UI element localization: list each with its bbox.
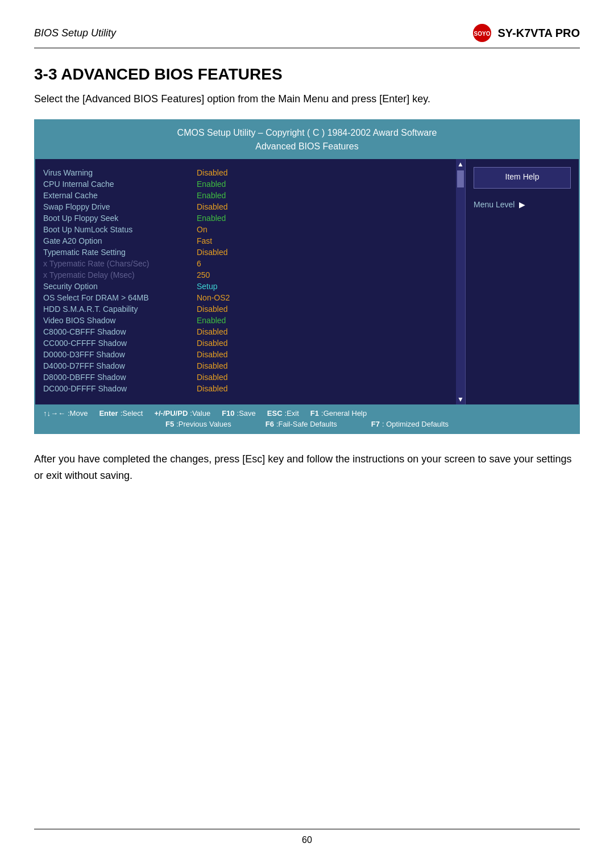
bios-setting-label: Virus Warning	[43, 168, 197, 177]
bios-setting-value: Enabled	[197, 191, 226, 200]
scroll-up-button[interactable]: ▲	[457, 160, 464, 168]
footer-key: F10	[222, 409, 234, 418]
bios-setting-value: Disabled	[197, 304, 227, 314]
bios-setting-value: Disabled	[197, 248, 227, 257]
bios-header-line1: CMOS Setup Utility – Copyright ( C ) 198…	[41, 126, 573, 140]
product-logo: SOYO SY-K7VTA PRO	[472, 23, 580, 43]
bios-setting-value: Enabled	[197, 214, 226, 223]
bios-setting-label: Gate A20 Option	[43, 236, 197, 245]
bios-body: Virus WarningDisabledCPU Internal CacheE…	[35, 159, 579, 404]
product-name: SY-K7VTA PRO	[498, 27, 580, 40]
footer-key-item: F1:General Help	[310, 409, 367, 418]
bios-setting-value: Disabled	[197, 384, 227, 393]
menu-level-label: Menu Level	[474, 200, 515, 209]
footer-desc: :Select	[121, 409, 143, 418]
bios-setting-row[interactable]: Gate A20 OptionFast	[43, 236, 448, 245]
footer-key-item: F10:Save	[222, 409, 256, 418]
bios-setting-label: x Typematic Rate (Chars/Sec)	[43, 259, 197, 268]
footer-key: F7	[371, 420, 380, 428]
footer-key: F1	[310, 409, 319, 418]
bios-setting-value: Fast	[197, 236, 212, 245]
bios-footer-row2: F5:Previous ValuesF6:Fail-Safe DefaultsF…	[43, 420, 571, 428]
bios-setting-row[interactable]: C8000-CBFFF ShadowDisabled	[43, 327, 448, 336]
footer-key: +/-/PU/PD	[154, 409, 188, 418]
footer-desc: :Value	[190, 409, 210, 418]
footer-key-item: F5:Previous Values	[165, 420, 231, 428]
bios-setting-row[interactable]: External CacheEnabled	[43, 191, 448, 200]
footer-key: F6	[265, 420, 274, 428]
footer-desc: :General Help	[321, 409, 367, 418]
bios-header-line2: Advanced BIOS Features	[41, 140, 573, 153]
after-instructions: After you have completed the changes, pr…	[34, 451, 580, 484]
footer-key-item: F6:Fail-Safe Defaults	[265, 420, 337, 428]
bios-setting-label: x Typematic Delay (Msec)	[43, 270, 197, 279]
bios-setting-value: Non-OS2	[197, 293, 230, 302]
bios-setting-row[interactable]: CC000-CFFFF ShadowDisabled	[43, 339, 448, 348]
bios-setting-row[interactable]: Security OptionSetup	[43, 282, 448, 291]
bios-setting-row[interactable]: x Typematic Rate (Chars/Sec)6	[43, 259, 448, 268]
bios-setting-row[interactable]: OS Select For DRAM > 64MBNon-OS2	[43, 293, 448, 302]
bios-setting-row[interactable]: Boot Up NumLock StatusOn	[43, 225, 448, 234]
footer-desc: : Optimized Defaults	[382, 420, 449, 428]
bios-setting-label: D8000-DBFFF Shadow	[43, 373, 197, 382]
bios-scrollbar[interactable]: ▲ ▼	[456, 159, 465, 404]
bios-setting-value: 250	[197, 270, 210, 279]
bios-setting-row[interactable]: HDD S.M.A.R.T. CapabilityDisabled	[43, 304, 448, 314]
footer-key: F5	[165, 420, 174, 428]
bios-footer: ↑↓→←:MoveEnter:Select+/-/PU/PD:ValueF10:…	[35, 404, 579, 433]
menu-level-row: Menu Level ▶	[474, 200, 571, 209]
bios-setting-label: D0000-D3FFF Shadow	[43, 350, 197, 359]
bios-setting-label: CPU Internal Cache	[43, 180, 197, 189]
bios-setting-row[interactable]: Swap Floppy DriveDisabled	[43, 202, 448, 211]
bios-setting-label: Security Option	[43, 282, 197, 291]
bios-setting-label: CC000-CFFFF Shadow	[43, 339, 197, 348]
bios-setting-value: Setup	[197, 282, 218, 291]
item-help-box: Item Help	[474, 167, 571, 189]
svg-text:SOYO: SOYO	[474, 31, 490, 37]
footer-key-item: ↑↓→←:Move	[43, 409, 88, 418]
bios-help-panel: Item Help Menu Level ▶	[465, 159, 579, 404]
menu-level-arrow-icon: ▶	[519, 200, 525, 209]
bios-setting-label: HDD S.M.A.R.T. Capability	[43, 304, 197, 314]
bios-setting-value: Enabled	[197, 180, 226, 189]
bios-setting-row[interactable]: Video BIOS ShadowEnabled	[43, 316, 448, 325]
bios-setting-value: Disabled	[197, 361, 227, 370]
bios-setting-row[interactable]: x Typematic Delay (Msec)250	[43, 270, 448, 279]
bios-setting-row[interactable]: D4000-D7FFF ShadowDisabled	[43, 361, 448, 370]
item-help-label: Item Help	[480, 172, 565, 181]
footer-desc: :Exit	[285, 409, 299, 418]
bios-setting-row[interactable]: DC000-DFFFF ShadowDisabled	[43, 384, 448, 393]
page-footer: 60	[34, 829, 580, 845]
scroll-down-button[interactable]: ▼	[457, 395, 464, 403]
bios-footer-row1: ↑↓→←:MoveEnter:Select+/-/PU/PD:ValueF10:…	[43, 409, 571, 418]
bios-setting-label: Boot Up NumLock Status	[43, 225, 197, 234]
bios-setting-label: External Cache	[43, 191, 197, 200]
bios-setting-value: Disabled	[197, 350, 227, 359]
bios-setting-label: OS Select For DRAM > 64MB	[43, 293, 197, 302]
soyo-icon: SOYO	[472, 23, 492, 43]
footer-desc: :Fail-Safe Defaults	[276, 420, 337, 428]
footer-desc: :Save	[237, 409, 256, 418]
bios-setting-row[interactable]: Typematic Rate SettingDisabled	[43, 248, 448, 257]
bios-setting-value: Disabled	[197, 373, 227, 382]
bios-setting-row[interactable]: D8000-DBFFF ShadowDisabled	[43, 373, 448, 382]
bios-title-bar: CMOS Setup Utility – Copyright ( C ) 198…	[35, 120, 579, 159]
bios-setting-row[interactable]: D0000-D3FFF ShadowDisabled	[43, 350, 448, 359]
footer-key-item: Enter:Select	[99, 409, 143, 418]
bios-setting-row[interactable]: Boot Up Floppy SeekEnabled	[43, 214, 448, 223]
page-number: 60	[302, 835, 312, 845]
bios-setting-row[interactable]: CPU Internal CacheEnabled	[43, 180, 448, 189]
bios-setting-label: Video BIOS Shadow	[43, 316, 197, 325]
bios-setting-value: Disabled	[197, 327, 227, 336]
section-title: 3-3 ADVANCED BIOS FEATURES	[34, 65, 580, 84]
scrollbar-thumb[interactable]	[457, 170, 464, 187]
bios-setting-label: Boot Up Floppy Seek	[43, 214, 197, 223]
footer-key: ESC	[267, 409, 283, 418]
bios-setting-label: Typematic Rate Setting	[43, 248, 197, 257]
bios-setting-label: DC000-DFFFF Shadow	[43, 384, 197, 393]
bios-setting-label: D4000-D7FFF Shadow	[43, 361, 197, 370]
bios-settings-panel: Virus WarningDisabledCPU Internal CacheE…	[35, 159, 456, 404]
bios-setting-row[interactable]: Virus WarningDisabled	[43, 168, 448, 177]
bios-setting-value: Enabled	[197, 316, 226, 325]
footer-desc: :Previous Values	[176, 420, 231, 428]
